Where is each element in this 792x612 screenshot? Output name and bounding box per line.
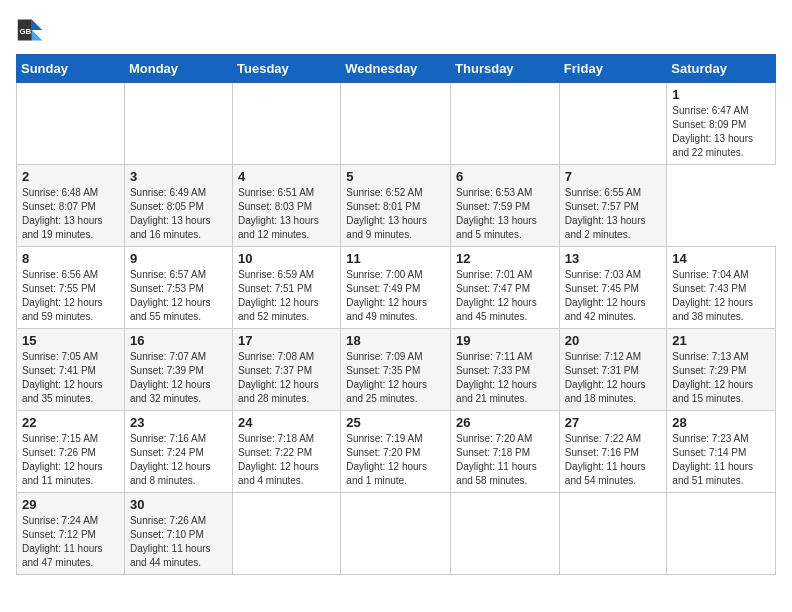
calendar-cell: 21Sunrise: 7:13 AMSunset: 7:29 PMDayligh… [667,329,776,411]
day-number: 1 [672,87,770,102]
day-info: Sunrise: 6:59 AMSunset: 7:51 PMDaylight:… [238,268,335,324]
logo-icon: GB [16,16,44,44]
day-info: Sunrise: 7:16 AMSunset: 7:24 PMDaylight:… [130,432,227,488]
day-number: 20 [565,333,662,348]
logo: GB [16,16,52,44]
calendar-cell: 7Sunrise: 6:55 AMSunset: 7:57 PMDaylight… [559,165,667,247]
day-info: Sunrise: 6:57 AMSunset: 7:53 PMDaylight:… [130,268,227,324]
day-info: Sunrise: 7:13 AMSunset: 7:29 PMDaylight:… [672,350,770,406]
svg-marker-1 [32,30,43,41]
day-info: Sunrise: 7:08 AMSunset: 7:37 PMDaylight:… [238,350,335,406]
day-number: 22 [22,415,119,430]
day-number: 14 [672,251,770,266]
day-number: 12 [456,251,554,266]
calendar-cell: 30Sunrise: 7:26 AMSunset: 7:10 PMDayligh… [124,493,232,575]
calendar-cell: 11Sunrise: 7:00 AMSunset: 7:49 PMDayligh… [341,247,451,329]
day-info: Sunrise: 7:12 AMSunset: 7:31 PMDaylight:… [565,350,662,406]
calendar-cell: 16Sunrise: 7:07 AMSunset: 7:39 PMDayligh… [124,329,232,411]
day-number: 3 [130,169,227,184]
day-of-week-header: Sunday [17,55,125,83]
svg-text:GB: GB [20,27,32,36]
calendar-header-row: SundayMondayTuesdayWednesdayThursdayFrid… [17,55,776,83]
day-info: Sunrise: 7:23 AMSunset: 7:14 PMDaylight:… [672,432,770,488]
calendar-cell: 1Sunrise: 6:47 AMSunset: 8:09 PMDaylight… [667,83,776,165]
day-number: 29 [22,497,119,512]
calendar-cell: 28Sunrise: 7:23 AMSunset: 7:14 PMDayligh… [667,411,776,493]
calendar-cell: 19Sunrise: 7:11 AMSunset: 7:33 PMDayligh… [451,329,560,411]
day-number: 19 [456,333,554,348]
day-info: Sunrise: 7:24 AMSunset: 7:12 PMDaylight:… [22,514,119,570]
calendar-cell: 27Sunrise: 7:22 AMSunset: 7:16 PMDayligh… [559,411,667,493]
day-of-week-header: Thursday [451,55,560,83]
day-number: 25 [346,415,445,430]
day-info: Sunrise: 6:51 AMSunset: 8:03 PMDaylight:… [238,186,335,242]
calendar-cell [451,83,560,165]
calendar-cell: 12Sunrise: 7:01 AMSunset: 7:47 PMDayligh… [451,247,560,329]
calendar-cell [233,83,341,165]
page-header: GB [16,16,776,44]
day-number: 9 [130,251,227,266]
calendar-cell [341,493,451,575]
calendar-cell: 26Sunrise: 7:20 AMSunset: 7:18 PMDayligh… [451,411,560,493]
calendar-cell: 2Sunrise: 6:48 AMSunset: 8:07 PMDaylight… [17,165,125,247]
day-info: Sunrise: 7:18 AMSunset: 7:22 PMDaylight:… [238,432,335,488]
calendar-cell [17,83,125,165]
day-info: Sunrise: 6:49 AMSunset: 8:05 PMDaylight:… [130,186,227,242]
day-info: Sunrise: 6:56 AMSunset: 7:55 PMDaylight:… [22,268,119,324]
day-info: Sunrise: 7:15 AMSunset: 7:26 PMDaylight:… [22,432,119,488]
calendar-week-row: 2Sunrise: 6:48 AMSunset: 8:07 PMDaylight… [17,165,776,247]
calendar-cell [341,83,451,165]
calendar-cell: 23Sunrise: 7:16 AMSunset: 7:24 PMDayligh… [124,411,232,493]
calendar-week-row: 22Sunrise: 7:15 AMSunset: 7:26 PMDayligh… [17,411,776,493]
calendar-cell [233,493,341,575]
calendar-cell: 20Sunrise: 7:12 AMSunset: 7:31 PMDayligh… [559,329,667,411]
calendar-cell [667,493,776,575]
day-number: 2 [22,169,119,184]
calendar-cell: 15Sunrise: 7:05 AMSunset: 7:41 PMDayligh… [17,329,125,411]
day-info: Sunrise: 7:22 AMSunset: 7:16 PMDaylight:… [565,432,662,488]
day-number: 26 [456,415,554,430]
day-number: 16 [130,333,227,348]
calendar-cell: 6Sunrise: 6:53 AMSunset: 7:59 PMDaylight… [451,165,560,247]
calendar-cell: 9Sunrise: 6:57 AMSunset: 7:53 PMDaylight… [124,247,232,329]
day-number: 23 [130,415,227,430]
svg-marker-0 [32,20,43,31]
calendar-cell: 25Sunrise: 7:19 AMSunset: 7:20 PMDayligh… [341,411,451,493]
calendar-cell [124,83,232,165]
day-of-week-header: Tuesday [233,55,341,83]
day-info: Sunrise: 6:53 AMSunset: 7:59 PMDaylight:… [456,186,554,242]
day-number: 18 [346,333,445,348]
day-info: Sunrise: 7:11 AMSunset: 7:33 PMDaylight:… [456,350,554,406]
calendar-cell: 3Sunrise: 6:49 AMSunset: 8:05 PMDaylight… [124,165,232,247]
calendar-week-row: 1Sunrise: 6:47 AMSunset: 8:09 PMDaylight… [17,83,776,165]
day-info: Sunrise: 6:55 AMSunset: 7:57 PMDaylight:… [565,186,662,242]
calendar-cell: 18Sunrise: 7:09 AMSunset: 7:35 PMDayligh… [341,329,451,411]
day-info: Sunrise: 7:19 AMSunset: 7:20 PMDaylight:… [346,432,445,488]
calendar-week-row: 29Sunrise: 7:24 AMSunset: 7:12 PMDayligh… [17,493,776,575]
calendar-cell [559,493,667,575]
day-number: 8 [22,251,119,266]
day-number: 15 [22,333,119,348]
calendar-table: SundayMondayTuesdayWednesdayThursdayFrid… [16,54,776,575]
calendar-week-row: 15Sunrise: 7:05 AMSunset: 7:41 PMDayligh… [17,329,776,411]
day-info: Sunrise: 7:07 AMSunset: 7:39 PMDaylight:… [130,350,227,406]
day-of-week-header: Saturday [667,55,776,83]
day-info: Sunrise: 6:47 AMSunset: 8:09 PMDaylight:… [672,104,770,160]
day-number: 27 [565,415,662,430]
day-number: 10 [238,251,335,266]
calendar-cell: 5Sunrise: 6:52 AMSunset: 8:01 PMDaylight… [341,165,451,247]
day-number: 6 [456,169,554,184]
day-number: 13 [565,251,662,266]
day-info: Sunrise: 7:09 AMSunset: 7:35 PMDaylight:… [346,350,445,406]
calendar-cell: 13Sunrise: 7:03 AMSunset: 7:45 PMDayligh… [559,247,667,329]
day-number: 24 [238,415,335,430]
calendar-week-row: 8Sunrise: 6:56 AMSunset: 7:55 PMDaylight… [17,247,776,329]
calendar-cell [451,493,560,575]
calendar-cell: 22Sunrise: 7:15 AMSunset: 7:26 PMDayligh… [17,411,125,493]
day-number: 21 [672,333,770,348]
calendar-cell [559,83,667,165]
calendar-cell: 24Sunrise: 7:18 AMSunset: 7:22 PMDayligh… [233,411,341,493]
day-number: 7 [565,169,662,184]
day-number: 11 [346,251,445,266]
day-info: Sunrise: 7:26 AMSunset: 7:10 PMDaylight:… [130,514,227,570]
